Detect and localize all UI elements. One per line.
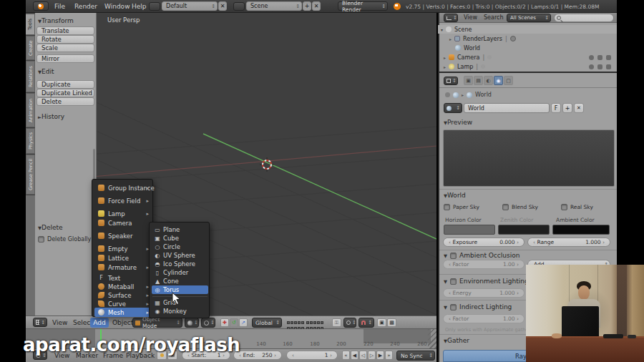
shelf-tab-create[interactable]: Create bbox=[26, 36, 35, 60]
manipulator-scale-button[interactable]: ↗ bbox=[239, 318, 248, 327]
menu-render[interactable]: Render bbox=[74, 3, 97, 10]
pivot-select[interactable] bbox=[201, 318, 215, 328]
outliner-row-world[interactable]: World bbox=[438, 44, 617, 52]
add-item-lamp[interactable]: Lamp▸ bbox=[94, 209, 152, 218]
indirect-checkbox[interactable] bbox=[450, 304, 457, 310]
add-item-group-instance[interactable]: Group Instance▸ bbox=[94, 183, 152, 192]
shelf-tab-relations[interactable]: Relations bbox=[26, 61, 35, 92]
renderability-camera-icon[interactable] bbox=[606, 55, 611, 60]
mesh-item-monkey[interactable]: ◉Monkey bbox=[152, 307, 208, 315]
selectability-cursor-icon[interactable] bbox=[597, 55, 602, 60]
outliner-menu-search[interactable]: Search bbox=[484, 14, 503, 21]
delete-button[interactable]: Delete bbox=[36, 97, 94, 106]
jump-end-button[interactable]: » bbox=[385, 351, 393, 360]
menu-window[interactable]: Window bbox=[104, 3, 130, 10]
ambient-color-swatch[interactable] bbox=[552, 225, 610, 235]
manipulator-rotate-button[interactable]: ↺ bbox=[230, 318, 238, 327]
pin-icon[interactable] bbox=[445, 92, 450, 97]
add-item-mesh[interactable]: Mesh▸ bbox=[94, 308, 152, 317]
duplicate-linked-button[interactable]: Duplicate Linked bbox=[36, 89, 94, 97]
world-add-button[interactable]: + bbox=[562, 103, 572, 113]
outliner-menu-view[interactable]: View bbox=[464, 14, 477, 21]
mesh-item-cone[interactable]: ▲Cone bbox=[152, 277, 208, 285]
paper-sky-toggle[interactable]: Paper Sky bbox=[444, 204, 479, 210]
world-section-header[interactable]: World bbox=[444, 192, 466, 199]
view3d-menu-add[interactable]: Add bbox=[90, 318, 109, 328]
real-sky-toggle[interactable]: Real Sky bbox=[561, 204, 593, 210]
lock-to-scene-button[interactable]: ⚿ bbox=[332, 318, 341, 327]
ao-factor-slider[interactable]: Factor 1.00 bbox=[443, 260, 525, 269]
scene-field[interactable]: Scene bbox=[246, 1, 302, 11]
jump-start-button[interactable]: « bbox=[342, 351, 350, 360]
blender-logo-button[interactable] bbox=[33, 1, 49, 11]
next-keyframe-button[interactable]: ▶ bbox=[376, 351, 384, 360]
shelf-tab-animation[interactable]: Animation bbox=[26, 93, 35, 127]
layers-grid[interactable] bbox=[286, 318, 329, 327]
menu-file[interactable]: File bbox=[54, 3, 65, 10]
range-slider[interactable]: Range 1.000 bbox=[527, 238, 610, 247]
mirror-button[interactable]: Mirror bbox=[36, 54, 94, 63]
orientation-select[interactable]: Global bbox=[252, 318, 282, 328]
disclosure-icon[interactable]: ▸ bbox=[449, 36, 452, 41]
tab-world[interactable]: ◉ bbox=[494, 76, 503, 85]
rotate-button[interactable]: Rotate bbox=[36, 35, 94, 44]
delete-globally-checkbox[interactable] bbox=[38, 236, 44, 243]
tab-render[interactable]: ▣ bbox=[464, 76, 473, 85]
disclosure-icon[interactable]: ▸ bbox=[444, 55, 446, 60]
outliner-search-field[interactable] bbox=[554, 14, 614, 22]
mesh-item-plane[interactable]: ▭Plane bbox=[152, 225, 208, 234]
add-item-armature[interactable]: Armature▸ bbox=[94, 263, 152, 272]
ao-checkbox[interactable] bbox=[450, 253, 457, 259]
transform-panel-header[interactable]: Transform bbox=[38, 17, 74, 24]
ao-section-row[interactable]: Ambient Occlusion bbox=[444, 252, 519, 259]
env-energy-slider[interactable]: Energy 1.000 bbox=[443, 288, 525, 298]
fake-user-button[interactable]: F bbox=[551, 103, 561, 113]
indirect-section-row[interactable]: Indirect Lighting bbox=[444, 303, 512, 310]
proportional-edit-select[interactable] bbox=[343, 318, 356, 328]
duplicate-button[interactable]: Duplicate bbox=[36, 80, 94, 89]
mesh-item-circle[interactable]: ○Circle bbox=[152, 243, 208, 251]
play-reverse-button[interactable]: ◁ bbox=[359, 351, 367, 360]
properties-editor-type-button[interactable] bbox=[444, 77, 458, 85]
paper-sky-checkbox[interactable] bbox=[444, 204, 450, 210]
blend-sky-checkbox[interactable] bbox=[502, 204, 509, 210]
scene-browse-icon[interactable] bbox=[233, 2, 245, 11]
mesh-item-uv-sphere[interactable]: ◐UV Sphere bbox=[152, 251, 208, 260]
outliner-editor-type-button[interactable] bbox=[444, 14, 458, 22]
mode-select[interactable]: Object Mode bbox=[132, 318, 182, 328]
gather-section-header[interactable]: Gather bbox=[444, 337, 469, 344]
visibility-eye-icon[interactable] bbox=[589, 64, 594, 69]
prev-keyframe-button[interactable]: ◀ bbox=[351, 351, 358, 360]
zenith-color-swatch[interactable] bbox=[498, 225, 550, 235]
shelf-tab-physics[interactable]: Physics bbox=[26, 128, 35, 154]
add-item-force-field[interactable]: Force Field▸ bbox=[94, 196, 152, 205]
env-section-row[interactable]: Environment Lighting bbox=[444, 278, 529, 285]
exposure-slider[interactable]: Exposure 0.000 bbox=[443, 238, 525, 247]
sync-mode-select[interactable]: No Sync bbox=[396, 351, 435, 361]
horizon-color-swatch[interactable] bbox=[444, 225, 495, 235]
world-unlink-button[interactable]: ✕ bbox=[574, 103, 584, 113]
env-checkbox[interactable] bbox=[450, 278, 457, 285]
tab-object[interactable]: ▢ bbox=[504, 76, 513, 85]
render-opengl-button[interactable]: ▣ bbox=[377, 318, 386, 327]
viewport-shading-select[interactable] bbox=[185, 318, 199, 328]
add-item-lattice[interactable]: Lattice bbox=[94, 253, 152, 263]
render-opengl-anim-button[interactable]: ▩ bbox=[387, 318, 396, 327]
delete-operator-header[interactable]: Delete bbox=[38, 224, 63, 231]
mesh-item-cylinder[interactable]: ▯Cylinder bbox=[152, 268, 208, 277]
resize-grip[interactable] bbox=[428, 329, 436, 349]
selectability-cursor-icon[interactable] bbox=[597, 64, 602, 69]
tab-scene[interactable]: ◐ bbox=[484, 76, 493, 85]
shelf-tab-tools[interactable]: Tools bbox=[26, 14, 35, 35]
scene-add-button[interactable]: + bbox=[303, 1, 311, 11]
outliner-row-scene[interactable]: ▾ Scene bbox=[438, 25, 617, 34]
indirect-factor-slider[interactable]: Factor 1.00 bbox=[443, 314, 525, 323]
outliner-row-camera[interactable]: ▸ Camera | bbox=[438, 53, 617, 62]
screen-layout-icon[interactable] bbox=[149, 2, 160, 11]
renderability-camera-icon[interactable] bbox=[606, 64, 611, 69]
history-panel-header[interactable]: History bbox=[38, 113, 64, 120]
shelf-tab-grease-pencil[interactable]: Grease Pencil bbox=[26, 155, 35, 195]
outliner-row-renderlayers[interactable]: ▸ RenderLayers | bbox=[438, 34, 617, 43]
manipulator-translate-button[interactable]: ✚ bbox=[220, 318, 229, 327]
translate-button[interactable]: Translate bbox=[36, 26, 94, 35]
